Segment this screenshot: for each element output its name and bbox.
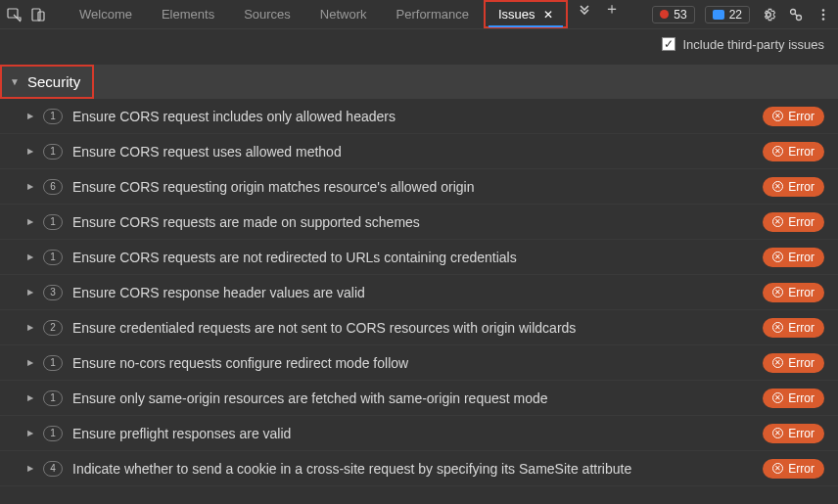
gear-icon[interactable] (760, 6, 777, 23)
include-third-party-toggle[interactable]: ✓ Include third-party issues (662, 37, 824, 52)
error-circle-icon: ✕ (772, 111, 783, 121)
tab-performance[interactable]: Performance (382, 0, 484, 28)
category-row: ▼ Security (0, 65, 838, 99)
tab-network[interactable]: Network (305, 0, 382, 28)
issue-title: Ensure no-cors requests configure redire… (72, 355, 763, 371)
error-counter[interactable]: 53 (652, 6, 694, 23)
tab-label: Welcome (79, 7, 132, 22)
tab-label: Network (320, 7, 367, 22)
issues-filter-bar: ✓ Include third-party issues (0, 29, 838, 59)
tab-label: Issues (498, 7, 535, 22)
tab-elements[interactable]: Elements (147, 0, 229, 28)
close-icon[interactable]: ✕ (543, 8, 553, 22)
kebab-menu-icon[interactable] (815, 6, 832, 23)
category-security-header[interactable]: ▼ Security (0, 65, 94, 99)
issue-row[interactable]: ▶1Ensure no-cors requests configure redi… (0, 345, 838, 381)
add-tab-icon[interactable]: ＋ (603, 0, 621, 18)
issue-count-badge: 1 (43, 144, 63, 160)
issue-row[interactable]: ▶3Ensure CORS response header values are… (0, 275, 838, 310)
issue-count-badge: 1 (43, 426, 63, 441)
issue-count-badge: 2 (43, 320, 63, 336)
checkbox-label: Include third-party issues (682, 37, 824, 52)
issue-title: Indicate whether to send a cookie in a c… (72, 461, 763, 477)
chevron-right-icon: ▶ (27, 358, 37, 367)
issue-count-badge: 1 (43, 355, 63, 371)
chevron-right-icon: ▶ (27, 464, 37, 473)
svg-point-5 (822, 9, 825, 12)
issue-count-badge: 1 (43, 214, 63, 230)
issue-title: Ensure CORS request uses allowed method (72, 144, 763, 160)
issue-row[interactable]: ▶1Ensure CORS requests are made on suppo… (0, 205, 838, 240)
message-count: 22 (729, 8, 742, 22)
error-circle-icon: ✕ (772, 287, 783, 298)
error-circle-icon: ✕ (772, 322, 783, 333)
error-circle-icon: ✕ (772, 428, 783, 438)
svg-rect-0 (8, 9, 18, 18)
severity-pill: ✕Error (763, 107, 824, 126)
issue-count-badge: 1 (43, 109, 63, 124)
issue-title: Ensure CORS requesting origin matches re… (72, 179, 763, 195)
severity-label: Error (788, 356, 815, 370)
issue-title: Ensure CORS requests are not redirected … (72, 250, 763, 265)
svg-rect-2 (38, 12, 44, 21)
toolbar-tabs: Welcome Elements Sources Network Perform… (65, 0, 644, 28)
severity-label: Error (788, 462, 815, 476)
issue-row[interactable]: ▶1Ensure CORS request includes only allo… (0, 99, 838, 134)
severity-pill: ✕Error (763, 424, 824, 443)
issue-row[interactable]: ▶6Ensure CORS requesting origin matches … (0, 169, 838, 205)
issue-title: Ensure CORS response header values are v… (72, 285, 763, 300)
svg-point-4 (797, 15, 802, 20)
issue-row[interactable]: ▶1Ensure preflight responses are valid✕E… (0, 416, 838, 451)
error-circle-icon: ✕ (772, 216, 783, 227)
tab-label: Performance (396, 7, 469, 22)
message-icon (713, 10, 724, 20)
chevron-right-icon: ▶ (27, 393, 37, 402)
checkbox-icon: ✓ (662, 37, 675, 51)
devtools-toolbar: Welcome Elements Sources Network Perform… (0, 0, 838, 29)
issue-row[interactable]: ▶1Ensure CORS request uses allowed metho… (0, 134, 838, 169)
activity-icon[interactable] (787, 6, 805, 23)
chevron-right-icon: ▶ (27, 182, 37, 191)
svg-point-7 (822, 18, 825, 21)
issue-title: Ensure only same-origin resources are fe… (72, 390, 763, 406)
severity-label: Error (788, 110, 815, 123)
severity-pill: ✕Error (763, 353, 824, 373)
chevron-right-icon: ▶ (27, 147, 37, 156)
message-counter[interactable]: 22 (705, 6, 750, 23)
chevron-right-icon: ▶ (27, 323, 37, 332)
severity-label: Error (788, 145, 815, 159)
severity-pill: ✕Error (763, 459, 824, 479)
device-toggle-icon[interactable] (29, 6, 47, 23)
toolbar-trailing: 53 22 (652, 6, 832, 23)
error-circle-icon: ✕ (772, 146, 783, 157)
severity-label: Error (788, 251, 815, 264)
issue-title: Ensure CORS requests are made on support… (72, 214, 763, 230)
issue-count-badge: 6 (43, 179, 63, 195)
more-tabs-icon[interactable] (576, 0, 593, 18)
tab-label: Elements (162, 7, 214, 22)
error-circle-icon: ✕ (772, 252, 783, 262)
tab-sources[interactable]: Sources (229, 0, 305, 28)
tab-label: Sources (244, 7, 291, 22)
category-label: Security (27, 73, 80, 90)
tab-issues[interactable]: Issues ✕ (484, 0, 568, 28)
issue-row[interactable]: ▶4Indicate whether to send a cookie in a… (0, 451, 838, 486)
severity-pill: ✕Error (763, 142, 824, 161)
issue-row[interactable]: ▶2Ensure credentialed requests are not s… (0, 310, 838, 345)
severity-label: Error (788, 286, 815, 299)
issue-row[interactable]: ▶1Ensure only same-origin resources are … (0, 381, 838, 416)
error-circle-icon: ✕ (772, 357, 783, 368)
issue-row[interactable]: ▶1Ensure CORS requests are not redirecte… (0, 240, 838, 275)
issue-count-badge: 3 (43, 285, 63, 300)
issue-count-badge: 1 (43, 250, 63, 265)
chevron-down-icon: ▼ (10, 76, 20, 87)
tab-welcome[interactable]: Welcome (65, 0, 147, 28)
severity-label: Error (788, 215, 815, 229)
chevron-right-icon: ▶ (27, 429, 37, 437)
severity-label: Error (788, 180, 815, 194)
error-dot-icon (660, 10, 669, 19)
inspect-element-icon[interactable] (6, 6, 23, 23)
severity-pill: ✕Error (763, 389, 824, 408)
severity-pill: ✕Error (763, 248, 824, 267)
severity-pill: ✕Error (763, 318, 824, 338)
